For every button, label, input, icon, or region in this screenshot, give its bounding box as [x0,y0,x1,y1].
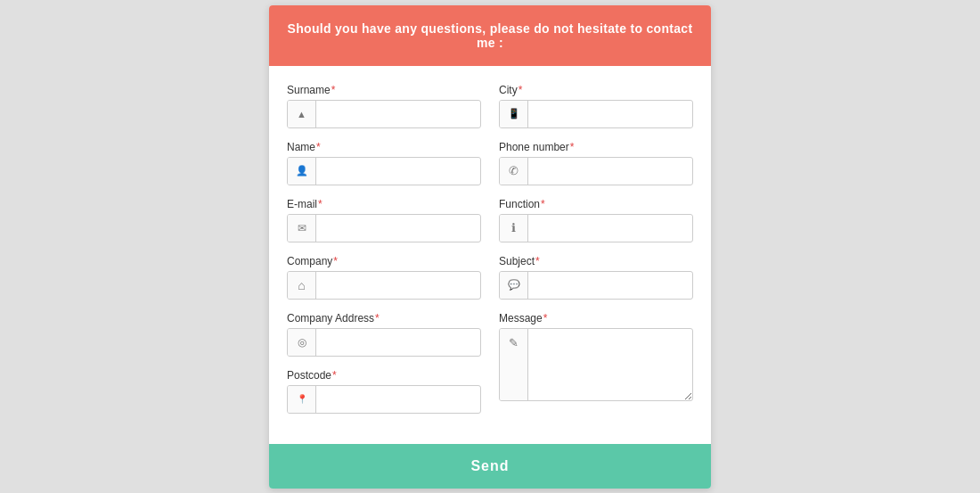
company-input[interactable] [316,272,480,299]
message-textarea[interactable] [528,329,692,400]
function-field-group: Function* [499,198,693,242]
phone-input[interactable] [528,158,692,185]
city-label: City* [499,84,693,96]
email-input-wrapper [287,214,481,242]
header-text: Should you have any questions, please do… [288,21,693,50]
person-icon [288,101,316,127]
form-header: Should you have any questions, please do… [269,5,711,66]
postcode-field-group: Postcode* [287,369,481,414]
form-body: Surname* City* Name* [269,66,711,444]
surname-input[interactable] [316,101,480,127]
email-field-group: E-mail* [287,198,481,242]
company-input-wrapper [287,271,481,300]
contact-form: Should you have any questions, please do… [269,5,711,489]
postcode-input-wrapper [287,385,481,414]
location-icon [288,329,316,356]
company-address-label: Company Address* [287,312,481,325]
phone-input-wrapper [499,157,693,185]
message-label: Message* [499,312,693,325]
company-address-input[interactable] [316,329,480,356]
surname-input-wrapper [287,100,481,128]
function-label: Function* [499,198,693,210]
message-field-group: Message* [499,312,693,414]
send-label: Send [470,458,509,473]
surname-field-group: Surname* [287,84,481,128]
phone-field-group: Phone number* [499,141,693,185]
subject-input-wrapper [499,271,693,300]
send-button[interactable]: Send [269,444,711,489]
email-input[interactable] [316,215,480,242]
company-field-group: Company* [287,255,481,300]
home-icon [288,272,316,299]
postcode-input[interactable] [316,386,480,413]
city-input[interactable] [528,101,692,127]
message-icon [500,329,528,400]
phone-icon [500,158,528,185]
email-label: E-mail* [287,198,481,210]
user-icon [288,158,316,185]
name-input[interactable] [316,158,480,185]
company-address-field-group: Company Address* [287,312,481,357]
company-address-input-wrapper [287,328,481,357]
pin-icon [288,386,316,413]
function-input-wrapper [499,214,693,242]
name-label: Name* [287,141,481,153]
subject-label: Subject* [499,255,693,267]
name-field-group: Name* [287,141,481,185]
company-label: Company* [287,255,481,267]
function-input[interactable] [528,215,692,242]
message-textarea-wrapper [499,328,693,401]
info-icon [500,215,528,242]
name-input-wrapper [287,157,481,185]
postcode-label: Postcode* [287,369,481,382]
mobile-icon [500,101,528,127]
subject-input[interactable] [528,272,692,299]
city-field-group: City* [499,84,693,128]
phone-label: Phone number* [499,141,693,153]
subject-field-group: Subject* [499,255,693,300]
surname-label: Surname* [287,84,481,96]
chat-icon [500,272,528,299]
city-input-wrapper [499,100,693,128]
email-icon [288,215,316,242]
